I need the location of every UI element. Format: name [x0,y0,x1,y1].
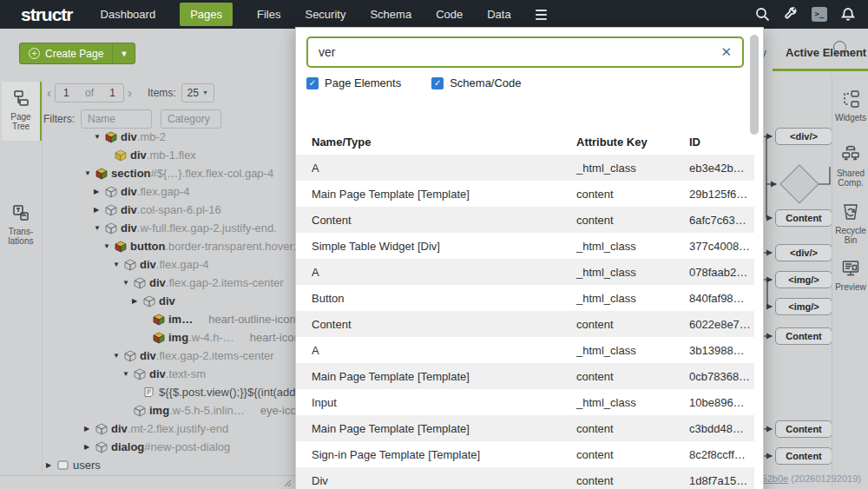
tree-caret-icon[interactable]: ▼ [113,352,124,360]
flow-node[interactable]: <div/> [775,244,832,261]
tree-node-div[interactable]: ▼div.mb-2 [0,128,295,146]
tree-node-div[interactable]: ▶div.mt-2.flex.justify-end [0,420,295,438]
modal-scrollbar-thumb[interactable] [750,35,759,135]
strip-tab-shared[interactable]: Shared Comp. [832,144,868,188]
search-result-row[interactable]: Contentcontent6afc7c63… [296,207,754,233]
flow-node[interactable]: <img/> [775,271,832,288]
tree-node-dialog[interactable]: ▶dialog#new-post-dialog [0,438,295,456]
tree-caret-icon[interactable]: ▶ [132,297,143,305]
result-id: eb3e42b… [689,162,754,175]
tree-node-button[interactable]: ▼button.border-transparent.hover:b… [0,237,295,255]
flow-node[interactable]: <div/> [775,128,832,145]
tree-node-div[interactable]: ▶div [0,292,295,310]
tree-node-div[interactable]: ▼div.text-sm [0,365,295,383]
tree-node-div[interactable]: ▼div.flex.gap-2.items-center [0,347,295,365]
nav-item-data[interactable]: Data [487,8,510,21]
tree-caret-icon[interactable]: ▶ [84,443,95,451]
clear-search-icon[interactable]: ✕ [720,44,732,60]
nav-item-dashboard[interactable]: Dashboard [101,8,156,21]
page-number-box[interactable]: 1 of 1 [55,83,124,102]
nav-item-pages[interactable]: Pages [180,3,233,26]
node-tag: div [149,276,166,289]
strip-tab-preview[interactable]: Preview [832,258,868,292]
checkbox-schema-code[interactable]: ✓ Schema/Code [431,76,521,89]
structr-logo[interactable]: structr [21,4,73,25]
tree-node-div[interactable]: ▼div.flex.gap-2.items-center [0,274,295,292]
tree-caret-icon[interactable]: ▼ [84,169,95,177]
bell-icon[interactable] [840,7,856,23]
flow-node[interactable]: Content [775,327,832,345]
tree-caret-icon[interactable]: ▶ [94,188,105,195]
search-result-row[interactable]: Simple Table Widget [Div]_html_class377c… [296,233,754,259]
preview-icon [832,258,868,282]
tree-filter-bar: Filters: [43,109,295,129]
search-input[interactable]: ver ✕ [306,36,744,68]
search-result-row[interactable]: Divcontent1d8f7a15… [296,467,754,489]
tree-node-img[interactable]: img.w-4.h-…heart-icon.svg [0,328,295,347]
result-name: Main Page Template [Template] [312,188,576,201]
node-tag: div [140,349,156,362]
search-result-row[interactable]: A_html_class078faab2… [296,259,754,285]
tree-caret-icon[interactable]: ▼ [122,370,134,378]
search-result-row[interactable]: Main Page Template [Template]contentc3bd… [296,415,754,441]
flow-node[interactable]: Content [775,447,832,465]
strip-tab-recycle[interactable]: Recycle Bin [832,202,868,245]
tree-node-content[interactable]: ${{$.post.view();}}${(int(add(size… [0,383,295,401]
flow-node[interactable]: Content [775,209,832,227]
result-name: Content [312,214,576,227]
info-circle-icon[interactable] [833,41,846,54]
tree-caret-icon[interactable]: ▼ [113,261,124,268]
checkbox-page-elements[interactable]: ✓ Page Elements [306,76,401,89]
filter-name-input[interactable] [81,109,152,129]
tree-caret-icon[interactable]: ▼ [103,242,115,250]
tree-caret-icon[interactable]: ▶ [84,425,95,433]
filter-category-input[interactable] [161,109,221,129]
nav-item-files[interactable]: Files [257,8,280,21]
tree-node-img[interactable]: img.w-5.h-5.inlin…eye-icon.svg [0,401,295,420]
tree-caret-icon[interactable]: ▶ [46,461,57,469]
flow-diamond-node[interactable] [780,165,819,203]
search-result-row[interactable]: Main Page Template [Template]content0cb7… [296,363,754,389]
search-icon[interactable] [754,7,770,23]
nav-item-code[interactable]: Code [436,8,463,21]
tree-caret-icon[interactable]: ▼ [94,133,105,141]
hamburger-menu-icon[interactable] [536,10,547,20]
create-page-dropdown-caret[interactable]: ▼ [112,43,135,63]
page-prev-button[interactable]: ‹ [43,85,55,100]
tree-caret-icon[interactable]: ▼ [94,224,105,232]
create-page-button[interactable]: + Create Page ▼ [19,43,135,64]
search-result-row[interactable]: A_html_class3b13988… [296,337,754,363]
tree-node-section[interactable]: ▼section#${…}.flex.flex-col.gap-4 [0,164,295,182]
tree-node-div[interactable]: div.mb-1.flex [0,146,295,164]
tree-node-div[interactable]: ▼div.w-full.flex.gap-2.justify-end. [0,219,295,237]
tree-caret-icon[interactable]: ▼ [122,279,134,287]
page-next-button[interactable]: › [124,85,135,100]
search-result-row[interactable]: Contentcontent6022e8e7… [296,311,754,337]
build-link[interactable]: 52b0e [762,473,789,484]
resize-grip[interactable] [283,479,292,487]
search-result-row[interactable]: Button_html_class840faf98… [296,285,754,311]
terminal-icon[interactable]: >_ [812,7,827,23]
tree-node-div[interactable]: ▶div.col-span-6.pl-16 [0,201,295,219]
search-result-row[interactable]: Sign-in Page Template [Template]content8… [296,441,754,467]
search-result-row[interactable]: Input_html_class10be896… [296,389,754,415]
tree-node-div[interactable]: ▼div.flex.gap-4 [0,255,295,274]
flow-node[interactable]: Content [775,420,832,438]
search-result-row[interactable]: A_html_classeb3e42b… [296,155,754,181]
nav-item-security[interactable]: Security [305,8,345,21]
tree-node-users[interactable]: ▶users [0,456,295,474]
wrench-icon[interactable] [783,7,799,23]
tab-active-element[interactable]: Active Element [786,46,866,59]
nav-item-schema[interactable]: Schema [370,8,411,21]
node-classes: .col-span-6.pl-16 [137,203,221,216]
strip-tab-label: Recycle Bin [832,226,868,245]
cube-color [95,168,111,180]
search-result-row[interactable]: Main Page Template [Template]content29b1… [296,181,754,207]
tree-caret-icon[interactable]: ▶ [94,206,105,214]
tree-node-div[interactable]: ▶div.flex.gap-4 [0,182,295,201]
flow-node[interactable]: <img/> [775,298,832,315]
cube-outline [143,295,159,307]
strip-tab-widgets[interactable]: Widgets [832,89,868,122]
tree-node-im[interactable]: im…heart-outline-icon.svg [0,310,295,328]
page-size-select[interactable]: 25▼ [181,83,214,102]
